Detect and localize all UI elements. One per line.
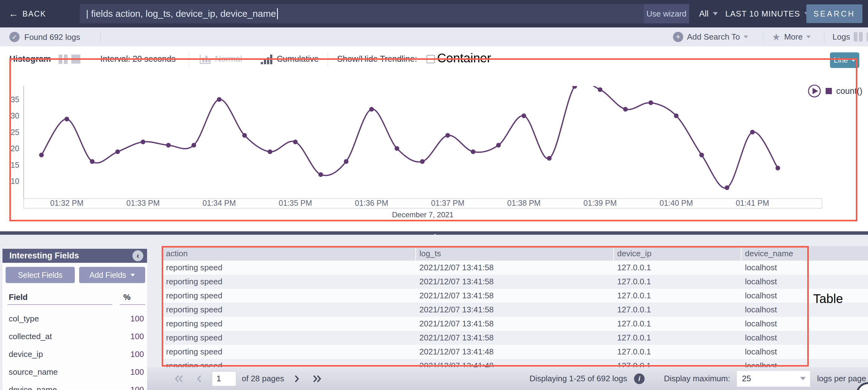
table-row[interactable]: reporting speed2021/12/07 13:41:58127.0.… [161, 261, 868, 275]
table-row[interactable]: reporting speed2021/12/07 13:41:58127.0.… [161, 289, 868, 303]
prev-page-icon [196, 374, 203, 384]
cell-device_ip: 127.0.0.1 [617, 289, 651, 303]
back-button[interactable]: ← BACK [9, 0, 46, 27]
display-maximum-select[interactable]: 25 [737, 371, 810, 387]
play-circle-icon[interactable] [808, 84, 821, 98]
cell-device_ip: 127.0.0.1 [617, 303, 651, 317]
svg-text:01:34 PM: 01:34 PM [203, 199, 236, 207]
svg-text:01:35 PM: 01:35 PM [279, 199, 312, 207]
last-page-button[interactable] [310, 371, 324, 386]
status-bar: ✓ Found 692 logs + Add Search To ★ More … [0, 27, 868, 46]
table-row[interactable]: reporting speed2021/12/07 13:41:58127.0.… [161, 275, 868, 289]
container-annotation-label: Container [437, 51, 491, 65]
collapse-panel-button[interactable]: ‹ [132, 250, 143, 261]
bar-chart-icon [199, 54, 211, 64]
prev-page-button[interactable] [192, 371, 206, 386]
trendline-checkbox[interactable] [427, 55, 435, 63]
svg-text:01:39 PM: 01:39 PM [583, 199, 617, 207]
panel-title: Interesting Fields [9, 251, 79, 261]
field-percent: 100 [130, 367, 144, 377]
field-row-col_type[interactable]: col_type100 [2, 310, 147, 328]
page-number-input[interactable]: 1 [212, 371, 236, 386]
chevron-down-icon [744, 35, 748, 38]
cumulative-mode-button[interactable]: Cumulative [260, 47, 319, 72]
cell-log_ts: 2021/12/07 13:41:48 [420, 345, 494, 359]
table-row[interactable]: reporting speed2021/12/07 13:41:48127.0.… [161, 345, 868, 359]
split-view-icon[interactable] [854, 32, 863, 41]
svg-text:01:37 PM: 01:37 PM [431, 199, 464, 207]
cell-log_ts: 2021/12/07 13:41:58 [420, 331, 494, 345]
top-navbar: ← BACK | fields action, log_ts, device_i… [0, 0, 868, 27]
query-input[interactable]: | fields action, log_ts, device_ip, devi… [80, 4, 689, 23]
chart-type-dropdown[interactable]: Line [830, 52, 859, 68]
cell-device_name: localhost [745, 345, 777, 359]
select-fields-button[interactable]: Select Fields [6, 267, 75, 283]
single-view-icon[interactable] [71, 55, 81, 64]
cell-device_name: localhost [745, 261, 777, 275]
search-button[interactable]: SEARCH [806, 4, 862, 23]
log-search-screen: ← BACK | fields action, log_ts, device_i… [0, 0, 868, 390]
page-count-label: of 28 pages [242, 374, 284, 384]
table-row[interactable]: reporting speed2021/12/07 13:41:58127.0.… [161, 317, 868, 331]
histogram-chart[interactable]: 35302520151001:32 PM01:33 PM01:34 PM01:3… [0, 72, 868, 224]
use-wizard-button[interactable]: Use wizard [644, 4, 689, 23]
interesting-fields-panel: Interesting Fields ‹ Select Fields Add F… [2, 249, 147, 390]
percent-column-header[interactable]: % [123, 293, 130, 302]
single-view-icon[interactable] [866, 32, 868, 41]
time-range-dropdown[interactable]: LAST 10 MINUTES [725, 0, 809, 27]
field-percent: 100 [130, 314, 144, 324]
field-name: source_name [9, 367, 58, 377]
cell-log_ts: 2021/12/07 13:41:48 [420, 359, 494, 367]
split-view-icon[interactable] [59, 55, 68, 64]
cell-device_ip: 127.0.0.1 [617, 275, 651, 289]
divider [189, 52, 189, 66]
cell-log_ts: 2021/12/07 13:41:58 [420, 261, 494, 275]
table-row[interactable]: reporting speed2021/12/07 13:41:58127.0.… [161, 303, 868, 317]
first-page-button[interactable] [172, 371, 186, 386]
field-row-device_name[interactable]: device_name100 [2, 381, 147, 390]
column-header-action[interactable]: action [166, 246, 188, 261]
svg-text:25: 25 [10, 128, 19, 137]
table-row[interactable]: reporting speed2021/12/07 13:41:48127.0.… [161, 359, 868, 367]
normal-mode-button[interactable]: Normal [199, 47, 242, 72]
cell-action: reporting speed [166, 317, 222, 331]
field-column-header[interactable]: Field [9, 293, 28, 302]
chevron-down-icon [800, 377, 806, 380]
chart-legend: count() [808, 84, 862, 98]
more-button[interactable]: ★ More [772, 27, 811, 46]
check-circle-icon: ✓ [9, 32, 20, 42]
query-text: | fields action, log_ts, device_ip, devi… [86, 8, 276, 19]
last-page-icon [312, 374, 322, 384]
found-logs-text: Found 692 logs [24, 32, 80, 42]
next-page-button[interactable] [290, 371, 304, 386]
pagination-bar: 1 of 28 pages Displaying 1-25 of 692 log… [147, 367, 868, 390]
cell-action: reporting speed [166, 359, 222, 367]
text-caret [277, 8, 278, 19]
table-row[interactable]: reporting speed2021/12/07 13:41:58127.0.… [161, 331, 868, 345]
svg-text:01:36 PM: 01:36 PM [355, 199, 388, 207]
add-fields-button[interactable]: Add Fields [79, 267, 145, 283]
svg-text:01:38 PM: 01:38 PM [507, 199, 540, 207]
legend-series-label: count() [836, 86, 862, 96]
column-header-device_name[interactable]: device_name [745, 246, 793, 261]
cell-device_name: localhost [745, 331, 777, 345]
field-row-device_ip[interactable]: device_ip100 [2, 346, 147, 363]
svg-text:20: 20 [10, 144, 19, 153]
column-header-device_ip[interactable]: device_ip [617, 246, 651, 261]
cell-action: reporting speed [166, 303, 222, 317]
cell-action: reporting speed [166, 261, 222, 275]
field-name: collected_at [9, 332, 52, 341]
displaying-label: Displaying 1-25 of 692 logs [529, 374, 627, 384]
log-table-header: actionlog_tsdevice_ipdevice_name [161, 246, 868, 261]
field-percent: 100 [130, 385, 144, 390]
info-icon[interactable]: i [634, 373, 645, 384]
field-row-source_name[interactable]: source_name100 [2, 363, 147, 381]
cell-device_ip: 127.0.0.1 [617, 317, 651, 331]
cell-device_ip: 127.0.0.1 [617, 331, 651, 345]
scope-dropdown[interactable]: All [699, 0, 718, 27]
add-search-to-button[interactable]: + Add Search To [673, 27, 748, 46]
column-header-log_ts[interactable]: log_ts [420, 246, 441, 261]
svg-text:01:40 PM: 01:40 PM [659, 199, 693, 207]
histogram-view-switcher [59, 47, 81, 72]
field-row-collected_at[interactable]: collected_at100 [2, 328, 147, 346]
